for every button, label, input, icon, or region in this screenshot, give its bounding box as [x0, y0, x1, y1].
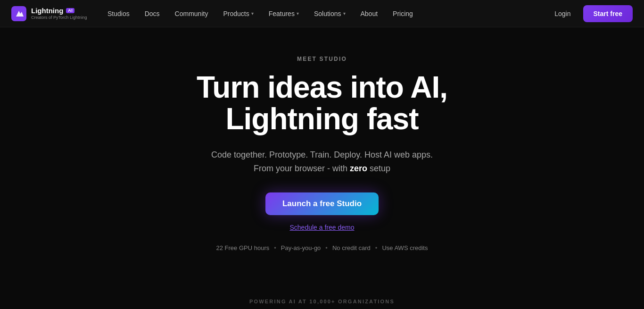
start-free-button[interactable]: Start free [583, 5, 633, 22]
navbar: Lightning AI Creators of PyTorch Lightni… [0, 0, 644, 27]
brand-subtitle: Creators of PyTorch Lightning [31, 15, 87, 20]
badge-gpu-hours: 22 Free GPU hours [216, 244, 270, 251]
dot-separator: • [375, 244, 378, 251]
chevron-down-icon: ▾ [297, 11, 299, 16]
badge-aws: Use AWS credits [382, 244, 428, 251]
brand-name: Lightning [31, 7, 63, 14]
nav-solutions[interactable]: Solutions ▾ [307, 6, 352, 21]
nav-docs[interactable]: Docs [138, 6, 166, 21]
login-button[interactable]: Login [548, 6, 577, 21]
dot-separator: • [325, 244, 328, 251]
nav-community[interactable]: Community [168, 6, 215, 21]
badge-no-card: No credit card [332, 244, 371, 251]
nav-right: Login Start free [548, 5, 633, 22]
nav-links: Studios Docs Community Products ▾ Featur… [101, 6, 548, 21]
chevron-down-icon: ▾ [251, 11, 254, 16]
hero-section: MEET STUDIO Turn ideas into AI, Lightnin… [0, 27, 644, 294]
hero-eyebrow: MEET STUDIO [297, 56, 347, 62]
badge-payg: Pay-as-you-go [281, 244, 321, 251]
schedule-demo-button[interactable]: Schedule a free demo [290, 224, 355, 231]
hero-subtitle: Code together. Prototype. Train. Deploy.… [211, 148, 433, 175]
orgs-section: POWERING AI AT 10,000+ ORGANIZATIONS in … [0, 294, 644, 309]
hero-badges: 22 Free GPU hours • Pay-as-you-go • No c… [216, 244, 428, 251]
orgs-title: POWERING AI AT 10,000+ ORGANIZATIONS [11, 299, 633, 304]
hero-title: Turn ideas into AI, Lightning fast [138, 72, 506, 135]
nav-products[interactable]: Products ▾ [216, 6, 260, 21]
launch-studio-button[interactable]: Launch a free Studio [265, 192, 379, 215]
nav-features[interactable]: Features ▾ [262, 6, 305, 21]
nav-studios[interactable]: Studios [101, 6, 136, 21]
nav-pricing[interactable]: Pricing [386, 6, 420, 21]
chevron-down-icon: ▾ [343, 11, 346, 16]
dot-separator: • [274, 244, 276, 251]
nav-about[interactable]: About [354, 6, 385, 21]
logo-text: Lightning AI Creators of PyTorch Lightni… [31, 7, 87, 20]
ai-badge: AI [66, 8, 74, 13]
logo-icon [11, 6, 26, 21]
logo[interactable]: Lightning AI Creators of PyTorch Lightni… [11, 6, 91, 21]
